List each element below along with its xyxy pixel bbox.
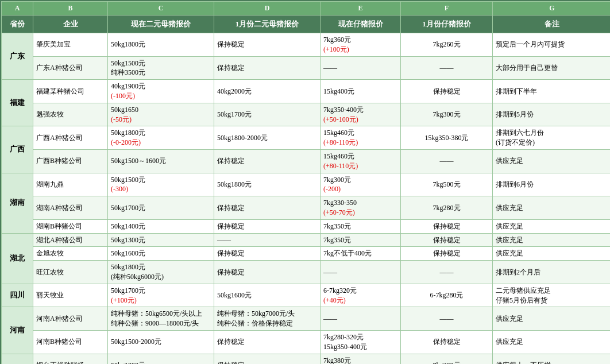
col-letter-g: G bbox=[493, 2, 611, 16]
jan-piglet-price: —— bbox=[401, 261, 493, 284]
province-cell: 福建 bbox=[2, 80, 33, 126]
current-sow-price: 纯种母猪：50kg6500元/头以上纯种公猪：9000—18000元/头 bbox=[108, 307, 214, 331]
jan-sow-price: 50kg1800-2000元 bbox=[214, 126, 321, 150]
company-cell: 烟台正裕种猪场 bbox=[33, 354, 108, 364]
jan-sow-price: 50kg1800元 bbox=[214, 173, 321, 196]
current-piglet-price: 7kg300元(-200) bbox=[321, 173, 401, 196]
col-letter-b: B bbox=[33, 2, 108, 16]
remarks: 供应充足 bbox=[493, 219, 611, 233]
current-piglet-price: 7kg350元 bbox=[321, 219, 401, 233]
table-row: 广西广西A种猪公司50kg1800元(-0-200元)50kg1800-2000… bbox=[2, 126, 611, 150]
col-letter-e: E bbox=[321, 2, 401, 16]
jan-sow-price: 保持稳定 bbox=[214, 330, 321, 354]
jan-piglet-price: —— bbox=[401, 56, 493, 80]
province-cell: 广东 bbox=[2, 33, 33, 79]
remarks: 供应充足 bbox=[493, 196, 611, 220]
table-row: 湖北湖北A种猪公司50kg1300元——7kg350元保持稳定供应充足 bbox=[2, 233, 611, 247]
table-row: 福建福建某种猪公司40kg1900元(-100元)40kg2000元15kg40… bbox=[2, 80, 611, 103]
company-cell: 湖南A种猪公司 bbox=[33, 196, 108, 220]
current-piglet-price: 7kg330-350(+50-70元) bbox=[321, 196, 401, 220]
remarks: 供应充足 bbox=[493, 307, 611, 331]
table-row: 广西B种猪公司50kg1500～1600元保持稳定15kg460元(+80-11… bbox=[2, 149, 611, 173]
jan-sow-price: 保持稳定 bbox=[214, 33, 321, 56]
jan-piglet-price: 7kg300元 bbox=[401, 103, 493, 126]
table-row: 山东烟台正裕种猪场50kg1800元保持稳定7kg380元(+80元)7kg30… bbox=[2, 354, 611, 364]
current-piglet-price: 7kg280-320元15kg350-400元 bbox=[321, 330, 401, 354]
table-row: 河南B种猪公司50kg1500-2000元保持稳定7kg280-320元15kg… bbox=[2, 330, 611, 354]
current-piglet-price: 7kg360元(+100元) bbox=[321, 33, 401, 56]
jan-piglet-price: 15kg350-380元 bbox=[401, 126, 493, 150]
current-piglet-price: 7kg350-400元(+50-100元) bbox=[321, 103, 401, 126]
jan-piglet-price: 保持稳定 bbox=[401, 247, 493, 261]
province-cell: 河南 bbox=[2, 307, 33, 354]
jan-piglet-price: —— bbox=[401, 149, 493, 173]
current-sow-price: 50kg1500元(-300) bbox=[108, 173, 214, 196]
company-cell: 广东A种猪公司 bbox=[33, 56, 108, 80]
jan-piglet-price: 7kg500元 bbox=[401, 173, 493, 196]
remarks: 供应充足 bbox=[493, 149, 611, 173]
jan-piglet-price: —— bbox=[401, 307, 493, 331]
header-col-4: 现在仔猪报价 bbox=[321, 15, 401, 33]
header-col-1: 企业 bbox=[33, 15, 108, 33]
jan-sow-price: 保持稳定 bbox=[214, 261, 321, 284]
table-row: 魁强农牧50kg1650(-50元)50kg1700元7kg350-400元(+… bbox=[2, 103, 611, 126]
remarks: 排期到下半年 bbox=[493, 80, 611, 103]
company-cell: 丽天牧业 bbox=[33, 284, 108, 307]
company-cell: 广西B种猪公司 bbox=[33, 149, 108, 173]
current-sow-price: 40kg1900元(-100元) bbox=[108, 80, 214, 103]
company-cell: 湖北A种猪公司 bbox=[33, 233, 108, 247]
header-col-6: 备注 bbox=[493, 15, 611, 33]
remarks: 供应充足 bbox=[493, 247, 611, 261]
table-row: 广东肇庆美加宝50kg1800元保持稳定7kg360元(+100元)7kg260… bbox=[2, 33, 611, 56]
header-col-0: 省份 bbox=[2, 15, 33, 33]
table-row: 金旭农牧50kg1600元保持稳定7kg不低于400元保持稳定供应充足 bbox=[2, 247, 611, 261]
jan-piglet-price: 7kg260元 bbox=[401, 33, 493, 56]
table-row: 湖南B种猪公司50kg1400元保持稳定7kg350元保持稳定供应充足 bbox=[2, 219, 611, 233]
jan-piglet-price: 7kg280元 bbox=[401, 196, 493, 220]
current-piglet-price: 7kg380元(+80元) bbox=[321, 354, 401, 364]
remarks: 大部分用于自己更替 bbox=[493, 56, 611, 80]
company-cell: 广西A种猪公司 bbox=[33, 126, 108, 150]
header-col-5: 1月份仔猪报价 bbox=[401, 15, 493, 33]
jan-sow-price: 40kg2000元 bbox=[214, 80, 321, 103]
remarks: 供应得上，不压栏 bbox=[493, 354, 611, 364]
current-piglet-price: 7kg350元 bbox=[321, 233, 401, 247]
header-col-2: 现在二元母猪报价 bbox=[108, 15, 214, 33]
company-cell: 福建某种猪公司 bbox=[33, 80, 108, 103]
main-table-container: ABCDEFG 省份企业现在二元母猪报价1月份二元母猪报价现在仔猪报价1月份仔猪… bbox=[0, 0, 610, 364]
current-piglet-price: 6-7kg320元(+40元) bbox=[321, 284, 401, 307]
table-row: 旺江农牧50kg1800元(纯种50kg6000元)保持稳定————排期到2个月… bbox=[2, 261, 611, 284]
jan-sow-price: 保持稳定 bbox=[214, 149, 321, 173]
company-cell: 河南A种猪公司 bbox=[33, 307, 108, 331]
jan-sow-price: 50kg1700元 bbox=[214, 103, 321, 126]
remarks: 供应充足 bbox=[493, 233, 611, 247]
table-row: 湖南湖南九鼎50kg1500元(-300)50kg1800元7kg300元(-2… bbox=[2, 173, 611, 196]
jan-piglet-price: 保持稳定 bbox=[401, 233, 493, 247]
current-sow-price: 50kg1700元 bbox=[108, 196, 214, 220]
table-row: 湖南A种猪公司50kg1700元保持稳定7kg330-350(+50-70元)7… bbox=[2, 196, 611, 220]
current-sow-price: 50kg1800元(纯种50kg6000元) bbox=[108, 261, 214, 284]
col-letter-d: D bbox=[214, 2, 321, 16]
current-sow-price: 50kg1500元纯种3500元 bbox=[108, 56, 214, 80]
jan-sow-price: —— bbox=[214, 233, 321, 247]
company-cell: 金旭农牧 bbox=[33, 247, 108, 261]
current-piglet-price: 15kg400元 bbox=[321, 80, 401, 103]
jan-sow-price: 保持稳定 bbox=[214, 196, 321, 220]
province-cell: 湖南 bbox=[2, 173, 33, 233]
col-letter-c: C bbox=[108, 2, 214, 16]
province-cell: 湖北 bbox=[2, 233, 33, 284]
province-cell: 广西 bbox=[2, 126, 33, 173]
province-cell: 山东 bbox=[2, 354, 33, 364]
current-sow-price: 50kg1500～1600元 bbox=[108, 149, 214, 173]
remarks: 供应充足 bbox=[493, 330, 611, 354]
jan-piglet-price: 保持稳定 bbox=[401, 330, 493, 354]
price-table: ABCDEFG 省份企业现在二元母猪报价1月份二元母猪报价现在仔猪报价1月份仔猪… bbox=[1, 1, 610, 364]
remarks: 二元母猪供应充足仔猪5月份后有货 bbox=[493, 284, 611, 307]
jan-sow-price: 保持稳定 bbox=[214, 247, 321, 261]
remarks: 排期到5月份 bbox=[493, 103, 611, 126]
current-sow-price: 50kg1800元 bbox=[108, 354, 214, 364]
company-cell: 旺江农牧 bbox=[33, 261, 108, 284]
current-piglet-price: —— bbox=[321, 307, 401, 331]
current-sow-price: 50kg1300元 bbox=[108, 233, 214, 247]
current-piglet-price: 15kg460元(+80-110元) bbox=[321, 149, 401, 173]
